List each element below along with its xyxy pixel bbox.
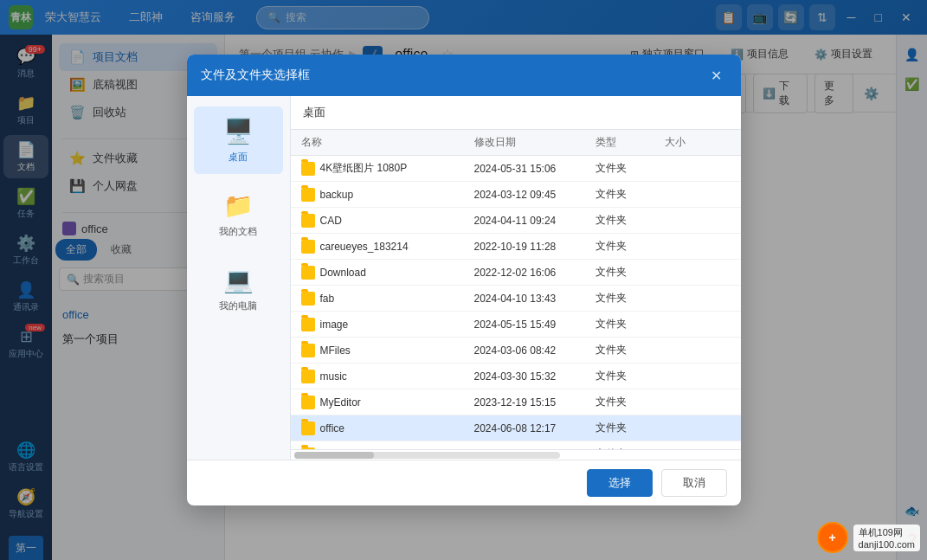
select-btn[interactable]: 选择 xyxy=(587,469,653,497)
dialog-overlay: 文件及文件夹选择框 ✕ 🖥️ 桌面 📁 我的文档 💻 我的电脑 xyxy=(0,0,927,560)
dialog-body: 🖥️ 桌面 📁 我的文档 💻 我的电脑 桌面 名称 xyxy=(187,96,741,460)
my-docs-icon: 📁 xyxy=(223,191,254,220)
location-my-computer[interactable]: 💻 我的电脑 xyxy=(194,255,283,323)
file-row-6[interactable]: image 2024-05-15 15:49 文件夹 xyxy=(291,312,741,338)
folder-icon-3 xyxy=(301,240,315,254)
folder-icon-1 xyxy=(301,188,315,202)
dialog-right: 桌面 名称 修改日期 类型 大小 4K壁纸图片 1080P 2024-05-31… xyxy=(291,96,741,460)
file-row-4[interactable]: Download 2022-12-02 16:06 文件夹 xyxy=(291,260,741,286)
dialog-locations: 🖥️ 桌面 📁 我的文档 💻 我的电脑 xyxy=(187,96,291,460)
col-name: 名称 xyxy=(301,135,474,150)
file-row-9[interactable]: MyEditor 2023-12-19 15:15 文件夹 xyxy=(291,389,741,415)
watermark-logo: + xyxy=(817,522,848,553)
h-scrollbar-thumb[interactable] xyxy=(294,452,374,459)
file-row-3[interactable]: careueyes_183214 2022-10-19 11:28 文件夹 xyxy=(291,234,741,260)
dialog-header: 文件及文件夹选择框 ✕ xyxy=(187,55,741,96)
watermark-text: 单机109网danji100.com xyxy=(853,525,920,551)
folder-icon-4 xyxy=(301,266,315,280)
col-date: 修改日期 xyxy=(474,135,595,150)
dialog-close-btn[interactable]: ✕ xyxy=(706,65,727,86)
folder-icon-8 xyxy=(301,370,315,383)
folder-icon-7 xyxy=(301,344,315,357)
file-row-10[interactable]: office 2024-06-08 12:17 文件夹 xyxy=(291,415,741,441)
file-select-dialog: 文件及文件夹选择框 ✕ 🖥️ 桌面 📁 我的文档 💻 我的电脑 xyxy=(187,55,741,505)
folder-icon-11 xyxy=(301,447,315,450)
h-scrollbar[interactable] xyxy=(291,449,741,460)
location-my-docs[interactable]: 📁 我的文档 xyxy=(194,181,283,248)
folder-icon-10 xyxy=(301,422,315,435)
my-computer-icon: 💻 xyxy=(223,266,254,294)
desktop-icon: 🖥️ xyxy=(223,117,254,145)
folder-icon-2 xyxy=(301,214,315,228)
dialog-title: 文件及文件夹选择框 xyxy=(201,68,310,83)
dialog-footer: 选择 取消 xyxy=(187,460,741,505)
file-row-11[interactable]: Video 2024-05-17 08:38 文件夹 xyxy=(291,441,741,449)
folder-icon-0 xyxy=(301,162,315,176)
folder-icon-5 xyxy=(301,292,315,306)
file-row-0[interactable]: 4K壁纸图片 1080P 2024-05-31 15:06 文件夹 xyxy=(291,156,741,182)
file-row-2[interactable]: CAD 2024-04-11 09:24 文件夹 xyxy=(291,208,741,234)
file-table-header: 名称 修改日期 类型 大小 xyxy=(291,130,741,156)
file-row-8[interactable]: music 2024-03-30 15:32 文件夹 xyxy=(291,364,741,389)
dialog-location-label: 桌面 xyxy=(291,96,741,130)
cancel-btn[interactable]: 取消 xyxy=(661,469,727,497)
file-row-1[interactable]: backup 2024-03-12 09:45 文件夹 xyxy=(291,182,741,208)
file-table: 名称 修改日期 类型 大小 4K壁纸图片 1080P 2024-05-31 15… xyxy=(291,130,741,449)
file-row-5[interactable]: fab 2024-04-10 13:43 文件夹 xyxy=(291,286,741,312)
location-desktop[interactable]: 🖥️ 桌面 xyxy=(194,106,283,174)
folder-icon-6 xyxy=(301,318,315,331)
col-scroll xyxy=(717,135,731,150)
file-row-7[interactable]: MFiles 2024-03-06 08:42 文件夹 xyxy=(291,338,741,364)
col-type: 类型 xyxy=(595,135,665,150)
folder-icon-9 xyxy=(301,396,315,409)
col-size: 大小 xyxy=(665,135,717,150)
watermark: + 单机109网danji100.com xyxy=(817,522,920,553)
